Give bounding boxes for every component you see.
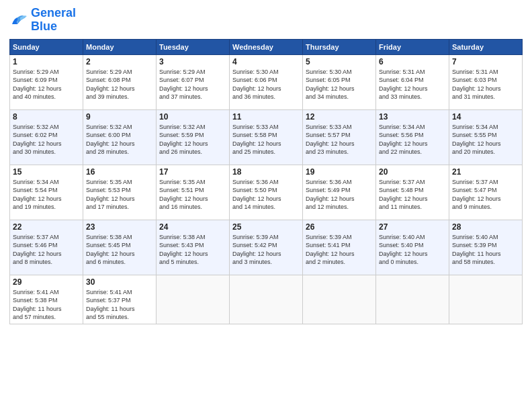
day-number: 3	[159, 57, 226, 66]
table-cell: 24Sunrise: 5:38 AM Sunset: 5:43 PM Dayli…	[157, 220, 230, 275]
day-info: Sunrise: 5:33 AM Sunset: 5:57 PM Dayligh…	[306, 123, 373, 156]
day-info: Sunrise: 5:35 AM Sunset: 5:51 PM Dayligh…	[159, 178, 226, 212]
table-cell: 14Sunrise: 5:34 AM Sunset: 5:55 PM Dayli…	[449, 109, 523, 165]
table-cell: 6Sunrise: 5:31 AM Sunset: 6:04 PM Daylig…	[376, 54, 449, 109]
table-cell: 2Sunrise: 5:29 AM Sunset: 6:08 PM Daylig…	[83, 54, 157, 109]
day-number: 21	[452, 167, 519, 177]
day-info: Sunrise: 5:37 AM Sunset: 5:48 PM Dayligh…	[379, 178, 446, 212]
day-number: 19	[306, 167, 373, 177]
table-cell: 11Sunrise: 5:33 AM Sunset: 5:58 PM Dayli…	[230, 109, 303, 165]
day-info: Sunrise: 5:34 AM Sunset: 5:56 PM Dayligh…	[379, 123, 446, 156]
table-cell: 15Sunrise: 5:34 AM Sunset: 5:54 PM Dayli…	[10, 165, 83, 220]
day-info: Sunrise: 5:29 AM Sunset: 6:07 PM Dayligh…	[159, 68, 226, 101]
logo: General Blue	[9, 7, 76, 34]
day-info: Sunrise: 5:40 AM Sunset: 5:39 PM Dayligh…	[452, 233, 519, 267]
day-number: 2	[86, 57, 153, 66]
day-number: 17	[159, 167, 226, 177]
day-info: Sunrise: 5:35 AM Sunset: 5:53 PM Dayligh…	[86, 178, 153, 212]
table-cell: 22Sunrise: 5:37 AM Sunset: 5:46 PM Dayli…	[10, 220, 83, 275]
day-info: Sunrise: 5:37 AM Sunset: 5:46 PM Dayligh…	[13, 233, 80, 267]
header-sunday: Sunday	[10, 39, 83, 54]
day-number: 12	[306, 112, 373, 122]
day-number: 14	[452, 112, 519, 122]
header-thursday: Thursday	[303, 39, 376, 54]
day-info: Sunrise: 5:40 AM Sunset: 5:40 PM Dayligh…	[379, 233, 446, 267]
header-monday: Monday	[83, 39, 157, 54]
day-number: 26	[306, 222, 373, 232]
day-info: Sunrise: 5:39 AM Sunset: 5:42 PM Dayligh…	[232, 233, 300, 267]
day-number: 24	[159, 222, 226, 232]
day-info: Sunrise: 5:41 AM Sunset: 5:38 PM Dayligh…	[13, 288, 80, 322]
day-info: Sunrise: 5:29 AM Sunset: 6:08 PM Dayligh…	[86, 68, 153, 101]
day-info: Sunrise: 5:32 AM Sunset: 6:02 PM Dayligh…	[13, 123, 80, 156]
table-cell	[449, 275, 523, 324]
table-cell: 19Sunrise: 5:36 AM Sunset: 5:49 PM Dayli…	[303, 165, 376, 220]
day-number: 27	[379, 222, 446, 232]
day-number: 9	[86, 112, 153, 122]
day-info: Sunrise: 5:30 AM Sunset: 6:05 PM Dayligh…	[306, 68, 373, 101]
table-cell: 26Sunrise: 5:39 AM Sunset: 5:41 PM Dayli…	[303, 220, 376, 275]
table-cell	[303, 275, 376, 324]
day-info: Sunrise: 5:32 AM Sunset: 6:00 PM Dayligh…	[86, 123, 153, 156]
day-info: Sunrise: 5:38 AM Sunset: 5:45 PM Dayligh…	[86, 233, 153, 267]
header-friday: Friday	[376, 39, 449, 54]
logo-icon	[9, 11, 28, 30]
table-cell	[376, 275, 449, 324]
table-cell: 3Sunrise: 5:29 AM Sunset: 6:07 PM Daylig…	[157, 54, 230, 109]
day-number: 18	[232, 167, 300, 177]
day-number: 11	[232, 112, 300, 122]
table-cell: 18Sunrise: 5:36 AM Sunset: 5:50 PM Dayli…	[230, 165, 303, 220]
day-number: 5	[306, 57, 373, 66]
day-number: 20	[379, 167, 446, 177]
table-cell: 16Sunrise: 5:35 AM Sunset: 5:53 PM Dayli…	[83, 165, 157, 220]
calendar-table: Sunday Monday Tuesday Wednesday Thursday…	[9, 39, 523, 324]
table-cell: 5Sunrise: 5:30 AM Sunset: 6:05 PM Daylig…	[303, 54, 376, 109]
day-number: 23	[86, 222, 153, 232]
header-tuesday: Tuesday	[157, 39, 230, 54]
header-wednesday: Wednesday	[230, 39, 303, 54]
page-header: General Blue	[9, 7, 523, 34]
table-cell	[230, 275, 303, 324]
day-info: Sunrise: 5:38 AM Sunset: 5:43 PM Dayligh…	[159, 233, 226, 267]
table-cell: 28Sunrise: 5:40 AM Sunset: 5:39 PM Dayli…	[449, 220, 523, 275]
table-cell	[157, 275, 230, 324]
table-cell: 1Sunrise: 5:29 AM Sunset: 6:09 PM Daylig…	[10, 54, 83, 109]
weekday-header-row: Sunday Monday Tuesday Wednesday Thursday…	[10, 39, 523, 54]
day-number: 8	[13, 112, 80, 122]
day-number: 13	[379, 112, 446, 122]
day-number: 16	[86, 167, 153, 177]
table-cell: 17Sunrise: 5:35 AM Sunset: 5:51 PM Dayli…	[157, 165, 230, 220]
day-number: 25	[232, 222, 300, 232]
day-info: Sunrise: 5:36 AM Sunset: 5:50 PM Dayligh…	[232, 178, 300, 212]
table-cell: 23Sunrise: 5:38 AM Sunset: 5:45 PM Dayli…	[83, 220, 157, 275]
table-cell: 10Sunrise: 5:32 AM Sunset: 5:59 PM Dayli…	[157, 109, 230, 165]
table-cell: 13Sunrise: 5:34 AM Sunset: 5:56 PM Dayli…	[376, 109, 449, 165]
day-info: Sunrise: 5:36 AM Sunset: 5:49 PM Dayligh…	[306, 178, 373, 212]
day-number: 15	[13, 167, 80, 177]
day-number: 4	[232, 57, 300, 66]
table-cell: 30Sunrise: 5:41 AM Sunset: 5:37 PM Dayli…	[83, 275, 157, 324]
header-saturday: Saturday	[449, 39, 523, 54]
day-info: Sunrise: 5:32 AM Sunset: 5:59 PM Dayligh…	[159, 123, 226, 156]
table-cell: 20Sunrise: 5:37 AM Sunset: 5:48 PM Dayli…	[376, 165, 449, 220]
table-cell: 27Sunrise: 5:40 AM Sunset: 5:40 PM Dayli…	[376, 220, 449, 275]
table-cell: 7Sunrise: 5:31 AM Sunset: 6:03 PM Daylig…	[449, 54, 523, 109]
day-number: 10	[159, 112, 226, 122]
day-number: 6	[379, 57, 446, 66]
day-info: Sunrise: 5:31 AM Sunset: 6:04 PM Dayligh…	[379, 68, 446, 101]
day-info: Sunrise: 5:41 AM Sunset: 5:37 PM Dayligh…	[86, 288, 153, 322]
day-info: Sunrise: 5:37 AM Sunset: 5:47 PM Dayligh…	[452, 178, 519, 212]
day-info: Sunrise: 5:33 AM Sunset: 5:58 PM Dayligh…	[232, 123, 300, 156]
day-info: Sunrise: 5:31 AM Sunset: 6:03 PM Dayligh…	[452, 68, 519, 101]
logo-text: General Blue	[31, 7, 76, 34]
table-cell: 21Sunrise: 5:37 AM Sunset: 5:47 PM Dayli…	[449, 165, 523, 220]
table-cell: 29Sunrise: 5:41 AM Sunset: 5:38 PM Dayli…	[10, 275, 83, 324]
day-number: 22	[13, 222, 80, 232]
table-cell: 9Sunrise: 5:32 AM Sunset: 6:00 PM Daylig…	[83, 109, 157, 165]
day-number: 30	[86, 277, 153, 287]
day-info: Sunrise: 5:39 AM Sunset: 5:41 PM Dayligh…	[306, 233, 373, 267]
table-cell: 12Sunrise: 5:33 AM Sunset: 5:57 PM Dayli…	[303, 109, 376, 165]
day-info: Sunrise: 5:30 AM Sunset: 6:06 PM Dayligh…	[232, 68, 300, 101]
day-info: Sunrise: 5:34 AM Sunset: 5:54 PM Dayligh…	[13, 178, 80, 212]
table-cell: 25Sunrise: 5:39 AM Sunset: 5:42 PM Dayli…	[230, 220, 303, 275]
